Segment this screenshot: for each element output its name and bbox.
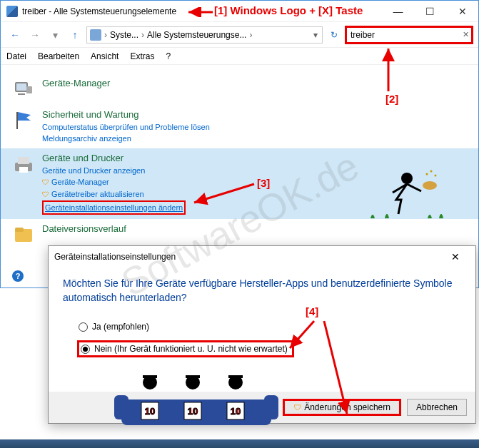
menu-view[interactable]: Ansicht [91,51,119,61]
breadcrumb[interactable]: › Syste... › Alle Systemsteuerungse... ›… [86,26,323,44]
close-button[interactable]: ✕ [446,1,478,22]
up-button[interactable]: ↑ [66,26,84,44]
radio-no[interactable]: Nein (Ihr Gerät funktioniert u. U. nicht… [77,340,294,357]
save-button-label: Änderungen speichern [304,402,390,412]
flag-icon [12,109,35,132]
results-panel: Geräte-Manager Sicherheit und Wartung Co… [1,65,478,265]
back-button[interactable]: ← [6,26,24,44]
radio-yes[interactable]: Ja (empfohlen) [77,319,461,335]
svg-rect-1 [16,83,26,91]
dialog-button-bar: 🛡 Änderungen speichern Abbrechen [49,392,475,423]
svg-rect-3 [26,86,32,93]
svg-rect-9 [15,228,24,232]
history-dropdown-icon[interactable]: ▾ [46,26,64,44]
chevron-right-icon[interactable]: › [140,30,146,40]
window-title: treiber - Alle Systemsteuerungselemente [22,6,382,16]
minimize-button[interactable]: — [382,1,414,22]
clear-search-icon[interactable]: ✕ [463,30,469,39]
dialog-title: Geräteinstallationseinstellungen [54,252,441,262]
taskbar [0,439,479,448]
svg-rect-7 [19,167,28,173]
category-title: Dateiversionsverlauf [42,223,467,234]
device-install-settings-dialog: Geräteinstallationseinstellungen ✕ Möcht… [48,245,476,424]
chevron-right-icon[interactable]: › [103,30,109,40]
window-icon [6,6,18,17]
menubar: Datei Bearbeiten Ansicht Extras ? [1,48,478,65]
link-install-settings[interactable]: Geräteinstallationseinstellungen ändern [42,200,186,215]
category-security[interactable]: Sicherheit und Wartung Computerstatus üb… [1,105,478,148]
category-title: Geräte-Manager [42,78,467,88]
breadcrumb-icon [90,29,101,41]
radio-icon [79,322,88,332]
maximize-button[interactable]: ☐ [414,1,446,22]
radio-group: Ja (empfohlen) Nein (Ihr Gerät funktioni… [77,319,461,363]
dialog-body: Möchten Sie für Ihre Geräte verfügbare H… [49,268,475,392]
save-button[interactable]: 🛡 Änderungen speichern [283,399,401,416]
link-update-drivers[interactable]: Gerätetreiber aktualisieren [42,188,467,200]
device-manager-icon [12,78,35,101]
svg-rect-6 [18,157,29,164]
forward-button[interactable]: → [26,26,44,44]
radio-no-label: Nein (Ihr Gerät funktioniert u. U. nicht… [94,344,288,354]
dialog-close-button[interactable]: ✕ [441,247,470,267]
search-box[interactable]: ✕ [346,26,473,44]
svg-rect-4 [16,112,18,129]
menu-edit[interactable]: Bearbeiten [38,51,79,61]
chevron-down-icon[interactable]: ▾ [312,30,319,40]
cancel-button[interactable]: Abbrechen [407,399,467,416]
help-icon: ? [12,270,24,282]
category-title: Sicherheit und Wartung [42,109,467,120]
radio-yes-label: Ja (empfohlen) [92,322,149,332]
category-title: Geräte und Drucker [42,153,467,163]
link-device-manager[interactable]: Geräte-Manager [42,176,467,188]
breadcrumb-part-2[interactable]: Alle Systemsteuerungse... [147,30,246,40]
cancel-button-label: Abbrechen [416,402,458,412]
link-check-status[interactable]: Computerstatus überprüfen und Probleme l… [42,121,467,133]
refresh-button[interactable]: ↻ [326,26,343,44]
dialog-heading: Möchten Sie für Ihre Geräte verfügbare H… [63,276,461,305]
search-input[interactable] [351,30,455,40]
svg-rect-2 [18,93,25,95]
radio-icon [81,345,90,354]
link-message-archive[interactable]: Meldungsarchiv anzeigen [42,133,467,144]
breadcrumb-part-1[interactable]: Syste... [110,30,138,40]
shield-icon: 🛡 [293,403,301,412]
link-show-devices[interactable]: Geräte und Drucker anzeigen [42,165,467,176]
file-history-icon [12,223,35,246]
devices-printers-icon [12,153,35,175]
menu-file[interactable]: Datei [6,51,26,61]
category-devices-printers[interactable]: Geräte und Drucker Geräte und Drucker an… [1,148,478,219]
chevron-right-icon[interactable]: › [248,30,253,40]
menu-extras[interactable]: Extras [130,51,154,61]
titlebar: treiber - Alle Systemsteuerungselemente … [1,1,478,22]
toolbar: ← → ▾ ↑ › Syste... › Alle Systemsteuerun… [1,22,478,48]
dialog-titlebar: Geräteinstallationseinstellungen ✕ [49,246,475,268]
category-device-manager[interactable]: Geräte-Manager [1,73,478,105]
menu-help[interactable]: ? [166,51,171,61]
